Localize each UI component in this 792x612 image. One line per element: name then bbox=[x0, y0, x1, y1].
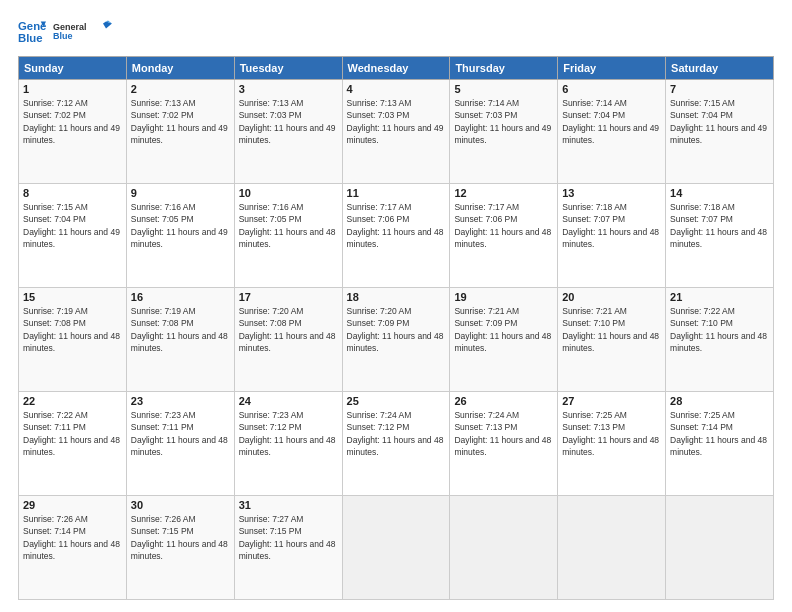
calendar-cell: 23 Sunrise: 7:23 AMSunset: 7:11 PMDaylig… bbox=[126, 392, 234, 496]
weekday-header-saturday: Saturday bbox=[666, 57, 774, 80]
day-number: 5 bbox=[454, 83, 553, 95]
svg-text:General: General bbox=[53, 22, 87, 32]
day-number: 15 bbox=[23, 291, 122, 303]
svg-text:Blue: Blue bbox=[18, 32, 43, 44]
day-info: Sunrise: 7:26 AMSunset: 7:15 PMDaylight:… bbox=[131, 514, 228, 561]
day-number: 6 bbox=[562, 83, 661, 95]
day-number: 21 bbox=[670, 291, 769, 303]
calendar-cell bbox=[666, 496, 774, 600]
day-number: 16 bbox=[131, 291, 230, 303]
day-info: Sunrise: 7:17 AMSunset: 7:06 PMDaylight:… bbox=[454, 202, 551, 249]
day-info: Sunrise: 7:15 AMSunset: 7:04 PMDaylight:… bbox=[23, 202, 120, 249]
calendar-week-2: 8 Sunrise: 7:15 AMSunset: 7:04 PMDayligh… bbox=[19, 184, 774, 288]
day-number: 10 bbox=[239, 187, 338, 199]
calendar-cell: 8 Sunrise: 7:15 AMSunset: 7:04 PMDayligh… bbox=[19, 184, 127, 288]
calendar-cell: 5 Sunrise: 7:14 AMSunset: 7:03 PMDayligh… bbox=[450, 80, 558, 184]
calendar-week-3: 15 Sunrise: 7:19 AMSunset: 7:08 PMDaylig… bbox=[19, 288, 774, 392]
day-info: Sunrise: 7:14 AMSunset: 7:03 PMDaylight:… bbox=[454, 98, 551, 145]
day-info: Sunrise: 7:23 AMSunset: 7:12 PMDaylight:… bbox=[239, 410, 336, 457]
calendar-cell: 3 Sunrise: 7:13 AMSunset: 7:03 PMDayligh… bbox=[234, 80, 342, 184]
calendar-cell bbox=[450, 496, 558, 600]
day-info: Sunrise: 7:14 AMSunset: 7:04 PMDaylight:… bbox=[562, 98, 659, 145]
day-number: 27 bbox=[562, 395, 661, 407]
calendar-cell: 17 Sunrise: 7:20 AMSunset: 7:08 PMDaylig… bbox=[234, 288, 342, 392]
header: General Blue General Blue bbox=[18, 16, 774, 48]
day-info: Sunrise: 7:13 AMSunset: 7:03 PMDaylight:… bbox=[347, 98, 444, 145]
calendar-cell: 26 Sunrise: 7:24 AMSunset: 7:13 PMDaylig… bbox=[450, 392, 558, 496]
day-number: 12 bbox=[454, 187, 553, 199]
day-info: Sunrise: 7:25 AMSunset: 7:14 PMDaylight:… bbox=[670, 410, 767, 457]
logo-bird-icon: General Blue bbox=[52, 16, 112, 48]
calendar-cell: 11 Sunrise: 7:17 AMSunset: 7:06 PMDaylig… bbox=[342, 184, 450, 288]
day-number: 30 bbox=[131, 499, 230, 511]
day-info: Sunrise: 7:17 AMSunset: 7:06 PMDaylight:… bbox=[347, 202, 444, 249]
day-info: Sunrise: 7:20 AMSunset: 7:09 PMDaylight:… bbox=[347, 306, 444, 353]
page: General Blue General Blue SundayMondayTu… bbox=[0, 0, 792, 612]
calendar-cell: 25 Sunrise: 7:24 AMSunset: 7:12 PMDaylig… bbox=[342, 392, 450, 496]
day-number: 29 bbox=[23, 499, 122, 511]
day-info: Sunrise: 7:19 AMSunset: 7:08 PMDaylight:… bbox=[131, 306, 228, 353]
day-info: Sunrise: 7:23 AMSunset: 7:11 PMDaylight:… bbox=[131, 410, 228, 457]
calendar-cell: 12 Sunrise: 7:17 AMSunset: 7:06 PMDaylig… bbox=[450, 184, 558, 288]
day-info: Sunrise: 7:12 AMSunset: 7:02 PMDaylight:… bbox=[23, 98, 120, 145]
calendar-cell: 15 Sunrise: 7:19 AMSunset: 7:08 PMDaylig… bbox=[19, 288, 127, 392]
weekday-header-wednesday: Wednesday bbox=[342, 57, 450, 80]
calendar-cell: 1 Sunrise: 7:12 AMSunset: 7:02 PMDayligh… bbox=[19, 80, 127, 184]
calendar-cell bbox=[558, 496, 666, 600]
day-number: 14 bbox=[670, 187, 769, 199]
day-number: 1 bbox=[23, 83, 122, 95]
day-number: 31 bbox=[239, 499, 338, 511]
day-info: Sunrise: 7:13 AMSunset: 7:02 PMDaylight:… bbox=[131, 98, 228, 145]
day-info: Sunrise: 7:24 AMSunset: 7:13 PMDaylight:… bbox=[454, 410, 551, 457]
day-number: 28 bbox=[670, 395, 769, 407]
day-info: Sunrise: 7:24 AMSunset: 7:12 PMDaylight:… bbox=[347, 410, 444, 457]
day-number: 18 bbox=[347, 291, 446, 303]
calendar-cell: 6 Sunrise: 7:14 AMSunset: 7:04 PMDayligh… bbox=[558, 80, 666, 184]
calendar-cell: 10 Sunrise: 7:16 AMSunset: 7:05 PMDaylig… bbox=[234, 184, 342, 288]
day-number: 4 bbox=[347, 83, 446, 95]
header-row: SundayMondayTuesdayWednesdayThursdayFrid… bbox=[19, 57, 774, 80]
day-number: 19 bbox=[454, 291, 553, 303]
day-number: 13 bbox=[562, 187, 661, 199]
day-info: Sunrise: 7:16 AMSunset: 7:05 PMDaylight:… bbox=[131, 202, 228, 249]
calendar-week-1: 1 Sunrise: 7:12 AMSunset: 7:02 PMDayligh… bbox=[19, 80, 774, 184]
day-number: 26 bbox=[454, 395, 553, 407]
day-info: Sunrise: 7:19 AMSunset: 7:08 PMDaylight:… bbox=[23, 306, 120, 353]
weekday-header-monday: Monday bbox=[126, 57, 234, 80]
day-number: 20 bbox=[562, 291, 661, 303]
day-number: 11 bbox=[347, 187, 446, 199]
day-number: 25 bbox=[347, 395, 446, 407]
day-info: Sunrise: 7:15 AMSunset: 7:04 PMDaylight:… bbox=[670, 98, 767, 145]
logo-icon: General Blue bbox=[18, 18, 46, 46]
calendar-week-4: 22 Sunrise: 7:22 AMSunset: 7:11 PMDaylig… bbox=[19, 392, 774, 496]
weekday-header-thursday: Thursday bbox=[450, 57, 558, 80]
weekday-header-sunday: Sunday bbox=[19, 57, 127, 80]
calendar-cell: 21 Sunrise: 7:22 AMSunset: 7:10 PMDaylig… bbox=[666, 288, 774, 392]
logo: General Blue General Blue bbox=[18, 16, 112, 48]
calendar-cell: 7 Sunrise: 7:15 AMSunset: 7:04 PMDayligh… bbox=[666, 80, 774, 184]
day-number: 9 bbox=[131, 187, 230, 199]
calendar-cell: 24 Sunrise: 7:23 AMSunset: 7:12 PMDaylig… bbox=[234, 392, 342, 496]
calendar-cell: 9 Sunrise: 7:16 AMSunset: 7:05 PMDayligh… bbox=[126, 184, 234, 288]
day-info: Sunrise: 7:27 AMSunset: 7:15 PMDaylight:… bbox=[239, 514, 336, 561]
day-info: Sunrise: 7:26 AMSunset: 7:14 PMDaylight:… bbox=[23, 514, 120, 561]
day-info: Sunrise: 7:25 AMSunset: 7:13 PMDaylight:… bbox=[562, 410, 659, 457]
calendar-cell bbox=[342, 496, 450, 600]
calendar-week-5: 29 Sunrise: 7:26 AMSunset: 7:14 PMDaylig… bbox=[19, 496, 774, 600]
day-number: 3 bbox=[239, 83, 338, 95]
calendar-cell: 19 Sunrise: 7:21 AMSunset: 7:09 PMDaylig… bbox=[450, 288, 558, 392]
day-number: 2 bbox=[131, 83, 230, 95]
calendar-cell: 2 Sunrise: 7:13 AMSunset: 7:02 PMDayligh… bbox=[126, 80, 234, 184]
calendar-cell: 28 Sunrise: 7:25 AMSunset: 7:14 PMDaylig… bbox=[666, 392, 774, 496]
calendar-cell: 14 Sunrise: 7:18 AMSunset: 7:07 PMDaylig… bbox=[666, 184, 774, 288]
day-info: Sunrise: 7:22 AMSunset: 7:11 PMDaylight:… bbox=[23, 410, 120, 457]
calendar-cell: 27 Sunrise: 7:25 AMSunset: 7:13 PMDaylig… bbox=[558, 392, 666, 496]
day-info: Sunrise: 7:18 AMSunset: 7:07 PMDaylight:… bbox=[562, 202, 659, 249]
day-number: 24 bbox=[239, 395, 338, 407]
calendar-cell: 20 Sunrise: 7:21 AMSunset: 7:10 PMDaylig… bbox=[558, 288, 666, 392]
day-info: Sunrise: 7:21 AMSunset: 7:09 PMDaylight:… bbox=[454, 306, 551, 353]
day-number: 7 bbox=[670, 83, 769, 95]
calendar-cell: 29 Sunrise: 7:26 AMSunset: 7:14 PMDaylig… bbox=[19, 496, 127, 600]
day-number: 23 bbox=[131, 395, 230, 407]
calendar-header: SundayMondayTuesdayWednesdayThursdayFrid… bbox=[19, 57, 774, 80]
